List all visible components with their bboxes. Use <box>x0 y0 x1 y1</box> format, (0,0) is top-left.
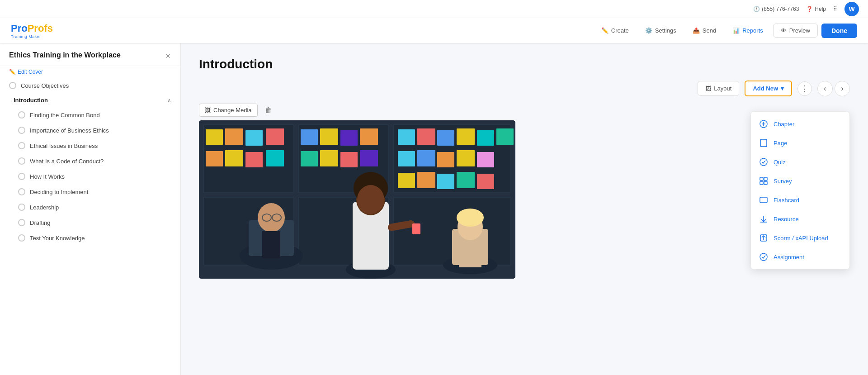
label-business: Importance of Business Ethics <box>30 127 109 134</box>
create-label: Create <box>611 27 629 34</box>
add-new-button[interactable]: Add New ▾ <box>745 81 792 96</box>
assignment-icon <box>759 252 768 261</box>
reports-button[interactable]: 📊 Reports <box>726 24 769 38</box>
label-ethical: Ethical Issues in Business <box>30 142 98 149</box>
introduction-label: Introduction <box>14 97 48 104</box>
svg-rect-34 <box>477 152 494 167</box>
svg-point-63 <box>760 158 767 166</box>
radio-deciding <box>18 188 25 195</box>
help-item[interactable]: ❓ Help <box>806 6 826 12</box>
sidebar-item-test-knowledge[interactable]: Test Your Knowledge <box>9 230 180 246</box>
sidebar-item-how-it-works[interactable]: How It Works <box>9 169 180 184</box>
dropdown-item-flashcard[interactable]: Flashcard <box>751 190 849 209</box>
done-button[interactable]: Done <box>821 24 857 38</box>
done-label: Done <box>831 27 847 34</box>
sidebar-item-course-objectives[interactable]: Course Objectives <box>0 78 180 93</box>
svg-rect-22 <box>206 151 223 166</box>
preview-button[interactable]: 👁 Preview <box>773 24 818 38</box>
more-options-button[interactable]: ⋮ <box>797 81 812 96</box>
svg-rect-67 <box>764 181 767 185</box>
navbar: ProProfs Training Maker ✏️ Create ⚙️ Set… <box>0 18 868 43</box>
sidebar-item-drafting[interactable]: Drafting <box>9 215 180 230</box>
reports-label: Reports <box>742 27 763 34</box>
svg-rect-10 <box>245 130 263 146</box>
svg-rect-14 <box>340 130 358 146</box>
logo[interactable]: ProProfs Training Maker <box>11 23 53 39</box>
svg-rect-20 <box>477 130 494 146</box>
send-icon: 📤 <box>693 27 700 34</box>
svg-rect-68 <box>760 197 767 203</box>
change-media-button[interactable]: 🖼 Change Media <box>199 104 258 117</box>
change-media-label: Change Media <box>213 107 252 114</box>
svg-rect-32 <box>437 152 454 167</box>
phone-item[interactable]: 🕐 (855) 776-7763 <box>753 6 799 12</box>
chapter-label: Chapter <box>774 121 794 128</box>
user-avatar[interactable]: W <box>844 2 859 16</box>
dropdown-item-chapter[interactable]: Chapter <box>751 114 849 133</box>
logo-subtitle: Training Maker <box>11 34 53 39</box>
sidebar-item-business-ethics[interactable]: Importance of Business Ethics <box>9 123 180 138</box>
svg-rect-16 <box>398 129 415 145</box>
svg-rect-27 <box>320 150 338 166</box>
svg-rect-36 <box>417 172 435 188</box>
sidebar-item-deciding[interactable]: Deciding to Implement <box>9 184 180 199</box>
send-button[interactable]: 📤 Send <box>686 24 722 38</box>
add-new-label: Add New <box>753 85 778 92</box>
prev-icon: ‹ <box>824 85 826 93</box>
survey-icon <box>759 176 768 185</box>
svg-rect-13 <box>320 128 338 145</box>
prev-button[interactable]: ‹ <box>817 81 833 96</box>
sidebar-section-introduction[interactable]: Introduction ∧ <box>0 93 180 107</box>
media-image <box>199 120 515 279</box>
label-leadership: Leadership <box>30 204 59 211</box>
radio-how <box>18 173 25 180</box>
flashcard-label: Flashcard <box>774 197 799 204</box>
app-layout: Ethics Training in the Workplace × ✏️ Ed… <box>0 43 868 375</box>
dropdown-item-survey[interactable]: Survey <box>751 171 849 190</box>
dropdown-menu: Chapter Page Quiz Survey <box>750 111 850 270</box>
label-deciding: Deciding to Implement <box>30 189 88 195</box>
sidebar-item-code-of-conduct[interactable]: What Is a Code of Conduct? <box>9 153 180 169</box>
radio-business <box>18 127 25 134</box>
content-toolbar: 🖼 Layout Add New ▾ ⋮ ‹ › <box>199 81 850 96</box>
next-button[interactable]: › <box>835 81 850 96</box>
svg-rect-28 <box>340 152 358 167</box>
layout-label: Layout <box>714 85 731 92</box>
dropdown-item-resource[interactable]: Resource <box>751 209 849 228</box>
svg-rect-15 <box>360 128 378 145</box>
svg-rect-25 <box>266 150 284 166</box>
settings-icon: ⚙️ <box>645 27 652 34</box>
course-title: Ethics Training in the Workplace <box>9 51 121 60</box>
quiz-label: Quiz <box>774 159 786 166</box>
page-icon <box>759 138 768 147</box>
create-button[interactable]: ✏️ Create <box>595 24 635 38</box>
edit-cover-link[interactable]: ✏️ Edit Cover <box>0 66 180 78</box>
radio-course-objectives <box>9 82 16 89</box>
phone-icon: 🕐 <box>753 6 760 12</box>
sidebar-item-leadership[interactable]: Leadership <box>9 199 180 215</box>
svg-rect-66 <box>760 181 763 185</box>
dropdown-item-assignment[interactable]: Assignment <box>751 247 849 266</box>
dropdown-item-scorm[interactable]: Scorm / xAPI Upload <box>751 228 849 247</box>
radio-test <box>18 234 25 242</box>
apps-item[interactable]: ⠿ <box>833 6 837 12</box>
dropdown-item-page[interactable]: Page <box>751 133 849 152</box>
help-icon: ❓ <box>806 6 813 12</box>
sidebar-header: Ethics Training in the Workplace × <box>0 43 180 66</box>
delete-media-button[interactable]: 🗑 <box>262 104 275 116</box>
svg-rect-26 <box>301 151 318 166</box>
settings-button[interactable]: ⚙️ Settings <box>639 24 683 38</box>
dropdown-item-quiz[interactable]: Quiz <box>751 152 849 171</box>
sidebar-item-ethical-issues[interactable]: Ethical Issues in Business <box>9 138 180 153</box>
logo-profs: Profs <box>28 23 53 34</box>
page-title: Introduction <box>199 57 850 71</box>
next-icon: › <box>841 85 843 93</box>
add-new-arrow-icon: ▾ <box>781 85 784 92</box>
page-label: Page <box>774 140 787 147</box>
svg-rect-65 <box>764 177 767 180</box>
sidebar-item-finding-common-bond[interactable]: Finding the Common Bond <box>9 107 180 123</box>
layout-button[interactable]: 🖼 Layout <box>698 81 739 96</box>
preview-eye-icon: 👁 <box>781 27 787 34</box>
close-sidebar-button[interactable]: × <box>165 51 171 62</box>
nav-actions: ✏️ Create ⚙️ Settings 📤 Send 📊 Reports 👁… <box>595 24 857 38</box>
